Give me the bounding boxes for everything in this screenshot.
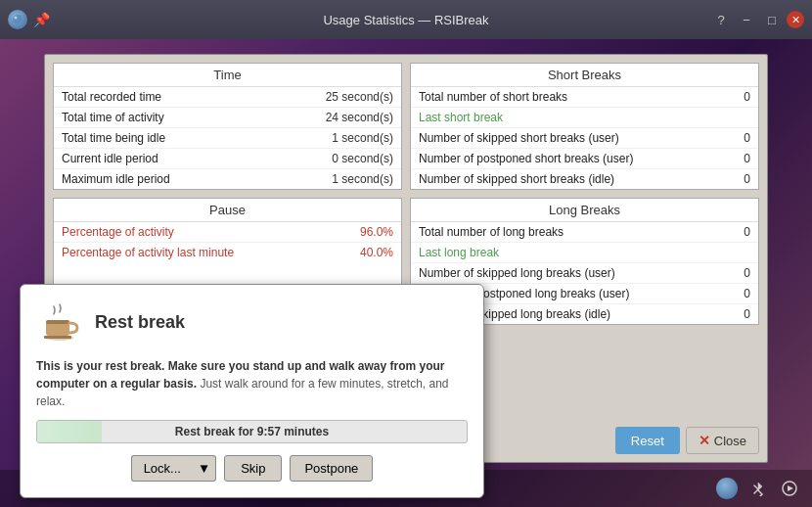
row-value: 0 <box>744 172 750 186</box>
taskbar-rsibreak-icon[interactable] <box>716 478 738 499</box>
app-icon <box>8 10 27 29</box>
table-row: Total time of activity 24 second(s) <box>54 108 401 128</box>
minimize-button[interactable]: − <box>736 9 757 30</box>
row-label: Number of skipped short breaks (idle) <box>419 172 614 186</box>
row-value: 0 second(s) <box>332 152 393 165</box>
svg-marker-7 <box>788 485 793 491</box>
row-value: 1 second(s) <box>332 172 393 186</box>
row-value: 0 <box>744 266 750 280</box>
row-label: Current idle period <box>62 152 158 165</box>
dialog-message-bold: This is your rest break. Make sure you s… <box>36 359 444 391</box>
lock-dropdown-button[interactable]: ▼ <box>193 455 216 482</box>
row-label: Total time being idle <box>62 131 165 145</box>
table-row: Total time being idle 1 second(s) <box>54 128 401 149</box>
skip-button[interactable]: Skip <box>224 455 282 482</box>
row-value: 0 <box>744 90 750 104</box>
help-button[interactable]: ? <box>710 9 732 30</box>
taskbar-bluetooth-icon[interactable] <box>747 478 769 499</box>
row-value: 0 <box>744 131 750 145</box>
coffee-icon <box>36 300 83 347</box>
close-window-button[interactable]: ✕ <box>787 11 804 28</box>
progress-bar-container: Rest break for 9:57 minutes <box>36 420 468 443</box>
last-short-break-link[interactable]: Last short break <box>419 111 503 124</box>
row-value: 0 <box>744 225 750 239</box>
svg-rect-5 <box>44 336 71 339</box>
table-row: Percentage of activity 96.0% <box>54 222 401 243</box>
short-breaks-panel: Short Breaks Total number of short break… <box>410 63 759 190</box>
window-controls: ? − □ ✕ <box>710 9 804 30</box>
progress-bar-label: Rest break for 9:57 minutes <box>175 425 329 438</box>
table-row: Number of postponed short breaks (user) … <box>411 149 758 169</box>
table-row: Percentage of activity last minute 40.0% <box>54 243 401 262</box>
table-row: Number of skipped short breaks (idle) 0 <box>411 169 758 189</box>
title-bar-left: 📌 <box>8 10 50 29</box>
percentage-activity-label: Percentage of activity <box>62 225 174 239</box>
window-title: Usage Statistics — RSIBreak <box>323 13 488 27</box>
percentage-activity-minute-value: 40.0% <box>360 246 393 259</box>
dialog-title: Rest break <box>95 312 185 333</box>
dropdown-arrow-icon: ▼ <box>198 461 210 476</box>
row-label: Total number of long breaks <box>419 225 564 239</box>
pause-panel-header: Pause <box>54 199 401 222</box>
postpone-button[interactable]: Postpone <box>290 455 373 482</box>
long-breaks-header: Long Breaks <box>411 199 758 222</box>
row-value: 24 second(s) <box>326 111 393 124</box>
progress-bar-fill <box>37 421 102 442</box>
table-row: Last short break <box>411 108 758 128</box>
dialog-title-row: Rest break <box>36 300 468 347</box>
rest-break-dialog: Rest break This is your rest break. Make… <box>20 284 484 498</box>
table-row: Number of skipped short breaks (user) 0 <box>411 128 758 149</box>
svg-rect-4 <box>46 320 69 324</box>
svg-point-1 <box>15 17 18 20</box>
reset-button[interactable]: Reset <box>615 427 680 454</box>
percentage-activity-value: 96.0% <box>360 225 393 239</box>
close-stats-label: Close <box>714 434 746 448</box>
time-panel: Time Total recorded time 25 second(s) To… <box>53 63 402 190</box>
row-value: 0 <box>744 152 750 165</box>
table-row: Total number of short breaks 0 <box>411 87 758 108</box>
row-label: Number of skipped short breaks (user) <box>419 131 619 145</box>
pin-icon[interactable]: 📌 <box>33 12 50 27</box>
row-value: 25 second(s) <box>326 90 393 104</box>
dialog-title-text: Rest break <box>95 312 185 337</box>
row-label: Total time of activity <box>62 111 164 124</box>
table-row: Total recorded time 25 second(s) <box>54 87 401 108</box>
table-row: Current idle period 0 second(s) <box>54 149 401 169</box>
row-label: Total recorded time <box>62 90 161 104</box>
row-value: 0 <box>744 287 750 300</box>
dialog-message: This is your rest break. Make sure you s… <box>36 357 468 410</box>
close-x-icon: ✕ <box>699 433 710 448</box>
lock-button-group: Lock... ▼ <box>131 455 217 482</box>
table-row: Last long break <box>411 243 758 263</box>
row-label: Number of postponed short breaks (user) <box>419 152 633 165</box>
taskbar-media-icon[interactable] <box>779 478 800 499</box>
row-label: Number of skipped long breaks (user) <box>419 266 615 280</box>
short-breaks-header: Short Breaks <box>411 64 758 87</box>
title-bar: 📌 Usage Statistics — RSIBreak ? − □ ✕ <box>0 0 812 39</box>
time-panel-header: Time <box>54 64 401 87</box>
stats-footer: Reset ✕ Close <box>615 427 759 454</box>
row-label: Total number of short breaks <box>419 90 567 104</box>
maximize-button[interactable]: □ <box>761 9 783 30</box>
dialog-buttons: Lock... ▼ Skip Postpone <box>36 455 468 482</box>
percentage-activity-minute-label: Percentage of activity last minute <box>62 246 234 259</box>
row-value: 1 second(s) <box>332 131 393 145</box>
svg-point-0 <box>13 15 23 24</box>
table-row: Maximum idle period 1 second(s) <box>54 169 401 189</box>
table-row: Total number of long breaks 0 <box>411 222 758 243</box>
last-long-break-link[interactable]: Last long break <box>419 246 499 259</box>
row-value: 0 <box>744 307 750 321</box>
close-stats-button[interactable]: ✕ Close <box>686 427 759 454</box>
lock-button[interactable]: Lock... <box>131 455 193 482</box>
table-row: Number of skipped long breaks (user) 0 <box>411 263 758 284</box>
row-label: Maximum idle period <box>62 172 170 186</box>
